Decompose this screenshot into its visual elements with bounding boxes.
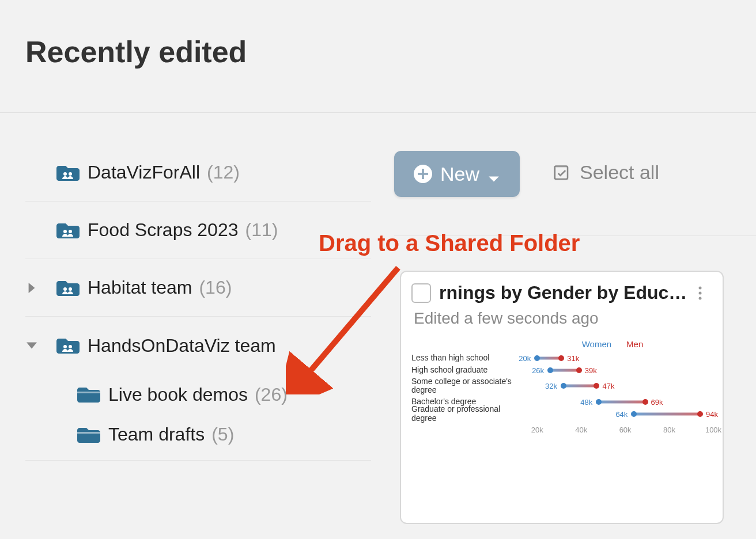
select-all-label: Select all [580, 161, 659, 184]
card-subtitle: Edited a few seconds ago [414, 309, 712, 328]
legend-men: Men [626, 339, 643, 349]
folder-count: (11) [245, 219, 278, 241]
value-label-women: 64k [615, 409, 628, 418]
value-label-men: 69k [651, 397, 663, 406]
chart-preview: Women Men Less than high school20k31kHig… [411, 339, 713, 440]
card-title: rnings by Gender by Educati… [439, 282, 690, 303]
svg-point-14 [699, 297, 702, 299]
value-label-men: 94k [706, 409, 718, 418]
chart-row: Graduate or professional degree64k94k [411, 408, 713, 420]
chart-category-label: Less than high school [411, 354, 515, 362]
chart-plot-area: 48k69k [515, 396, 713, 408]
new-button[interactable]: New [394, 151, 520, 197]
chart-plot-area: 32k47k [515, 376, 713, 396]
dot-men [558, 355, 564, 361]
new-button-label: New [440, 163, 479, 185]
dot-men [576, 367, 582, 373]
dot-women [561, 383, 566, 389]
team-folder-handson[interactable]: HandsOnDataViz team [25, 317, 371, 374]
chart-row: Less than high school20k31k [411, 352, 713, 364]
value-label-women: 26k [532, 366, 544, 374]
chart-row: High school graduate26k39k [411, 364, 713, 376]
chart-category-label: Some college or associate's degree [411, 377, 515, 395]
folder-tree: DataVizForAll (12) Food Scraps 2023 (11)… [25, 144, 371, 461]
chart-plot-area: 26k39k [515, 364, 713, 376]
chevron-down-icon [487, 168, 500, 180]
folder-label: Live book demos [108, 384, 248, 405]
team-folder-icon [56, 221, 80, 240]
svg-rect-8 [77, 392, 100, 393]
svg-point-4 [63, 287, 67, 291]
axis-tick: 20k [531, 426, 543, 434]
dot-women [547, 367, 553, 373]
team-folder-datavizforall[interactable]: DataVizForAll (12) [25, 144, 371, 202]
caret-down-icon[interactable] [25, 339, 38, 352]
header-divider [0, 112, 756, 113]
dot-women [631, 411, 637, 417]
annotation-label: Drag to a Shared Folder [319, 230, 580, 256]
subfolder-team-drafts[interactable]: Team drafts (5) [25, 415, 371, 461]
chart-plot-area: 64k94k [515, 408, 713, 420]
chart-row: Some college or associate's degree32k47k [411, 376, 713, 396]
legend-women: Women [582, 339, 611, 349]
svg-rect-10 [555, 166, 568, 179]
value-label-women: 48k [580, 397, 592, 406]
dot-men [642, 399, 648, 405]
value-label-women: 32k [545, 382, 557, 390]
team-folder-icon [56, 336, 80, 355]
card-checkbox[interactable] [411, 283, 431, 303]
svg-point-2 [63, 230, 67, 233]
axis-tick: 40k [575, 426, 587, 434]
team-folder-icon [56, 164, 80, 182]
card-header: rnings by Gender by Educati… [411, 282, 712, 303]
chart-card[interactable]: rnings by Gender by Educati… Edited a fe… [400, 271, 724, 524]
folder-label: Team drafts [108, 424, 205, 445]
chart-category-label: High school graduate [411, 366, 515, 374]
svg-point-1 [69, 172, 72, 176]
svg-point-12 [699, 286, 702, 289]
chart-plot-area: 20k31k [515, 352, 713, 364]
axis-tick: 80k [663, 426, 675, 434]
axis-tick: 60k [619, 426, 632, 434]
team-folder-icon [56, 279, 80, 297]
subfolder-live-demos[interactable]: Live book demos (26) [25, 374, 371, 415]
value-label-women: 20k [519, 354, 531, 362]
folder-count: (5) [211, 424, 234, 445]
folder-label: DataVizForAll [88, 162, 200, 183]
value-label-men: 39k [585, 366, 597, 374]
folder-label: Food Scraps 2023 [88, 219, 239, 241]
folder-label: HandsOnDataViz team [88, 335, 276, 356]
axis-tick: 100k [705, 426, 721, 434]
svg-point-0 [63, 172, 67, 176]
svg-point-6 [63, 345, 67, 348]
dot-men [594, 383, 599, 389]
folder-label: Habitat team [88, 277, 192, 298]
chart-legend: Women Men [517, 339, 708, 349]
dot-men [697, 411, 703, 417]
folder-count: (12) [207, 162, 240, 183]
dot-women [596, 399, 602, 405]
svg-rect-9 [77, 432, 100, 434]
more-icon[interactable] [698, 286, 712, 300]
folder-count: (16) [199, 277, 232, 298]
value-label-men: 47k [602, 382, 614, 390]
svg-point-3 [69, 230, 72, 233]
svg-point-7 [69, 345, 72, 348]
svg-point-13 [699, 291, 702, 294]
folder-icon [77, 385, 100, 404]
chart-category-label: Graduate or professional degree [411, 405, 515, 423]
plus-circle-icon [414, 165, 432, 183]
select-all-toggle[interactable]: Select all [553, 161, 659, 184]
dot-women [534, 355, 540, 361]
folder-count: (26) [255, 384, 288, 405]
svg-point-5 [69, 287, 72, 291]
page-title: Recently edited [25, 35, 247, 69]
select-all-icon [553, 164, 570, 181]
folder-icon [77, 426, 100, 444]
team-folder-habitat[interactable]: Habitat team (16) [25, 259, 371, 317]
value-label-men: 31k [567, 354, 579, 362]
caret-right-icon[interactable] [25, 282, 38, 294]
